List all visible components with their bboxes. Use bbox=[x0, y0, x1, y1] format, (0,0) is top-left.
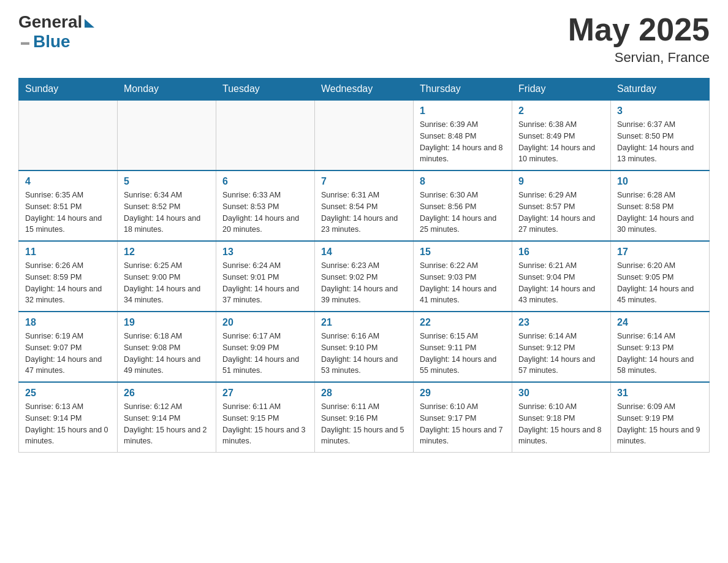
day-number: 28 bbox=[321, 388, 407, 399]
month-title: May 2025 bbox=[568, 12, 710, 47]
day-number: 11 bbox=[25, 247, 111, 258]
calendar-cell: 29Sunrise: 6:10 AM Sunset: 9:17 PM Dayli… bbox=[414, 382, 512, 453]
calendar-cell: 9Sunrise: 6:29 AM Sunset: 8:57 PM Daylig… bbox=[512, 170, 611, 241]
logo-blue-text: Blue bbox=[33, 32, 70, 52]
calendar-cell: 2Sunrise: 6:38 AM Sunset: 8:49 PM Daylig… bbox=[512, 100, 611, 170]
day-number: 9 bbox=[518, 176, 604, 187]
calendar-cell: 11Sunrise: 6:26 AM Sunset: 8:59 PM Dayli… bbox=[19, 241, 118, 312]
day-number: 8 bbox=[420, 176, 506, 187]
day-info: Sunrise: 6:17 AM Sunset: 9:09 PM Dayligh… bbox=[222, 331, 308, 377]
day-info: Sunrise: 6:16 AM Sunset: 9:10 PM Dayligh… bbox=[321, 331, 407, 377]
day-number: 22 bbox=[420, 317, 506, 328]
calendar-cell: 5Sunrise: 6:34 AM Sunset: 8:52 PM Daylig… bbox=[118, 170, 216, 241]
day-number: 4 bbox=[25, 176, 111, 187]
day-info: Sunrise: 6:33 AM Sunset: 8:53 PM Dayligh… bbox=[222, 190, 308, 236]
day-number: 1 bbox=[420, 105, 506, 117]
calendar-cell: 21Sunrise: 6:16 AM Sunset: 9:10 PM Dayli… bbox=[315, 312, 414, 382]
day-number: 14 bbox=[321, 247, 407, 258]
day-info: Sunrise: 6:14 AM Sunset: 9:13 PM Dayligh… bbox=[617, 331, 703, 377]
header-thursday: Thursday bbox=[414, 79, 512, 101]
calendar-cell: 25Sunrise: 6:13 AM Sunset: 9:14 PM Dayli… bbox=[19, 382, 118, 453]
calendar-cell: 23Sunrise: 6:14 AM Sunset: 9:12 PM Dayli… bbox=[512, 312, 611, 382]
day-number: 26 bbox=[124, 388, 210, 399]
day-info: Sunrise: 6:26 AM Sunset: 8:59 PM Dayligh… bbox=[25, 260, 111, 306]
week-row-3: 11Sunrise: 6:26 AM Sunset: 8:59 PM Dayli… bbox=[19, 241, 710, 312]
header-saturday: Saturday bbox=[611, 79, 710, 101]
day-number: 6 bbox=[222, 176, 308, 187]
day-info: Sunrise: 6:09 AM Sunset: 9:19 PM Dayligh… bbox=[617, 401, 703, 447]
page-header: General ▬ Blue May 2025 Servian, France bbox=[18, 12, 710, 66]
day-number: 27 bbox=[222, 388, 308, 399]
calendar-cell bbox=[315, 100, 414, 170]
day-info: Sunrise: 6:13 AM Sunset: 9:14 PM Dayligh… bbox=[25, 401, 111, 447]
day-number: 31 bbox=[617, 388, 703, 399]
day-number: 25 bbox=[25, 388, 111, 399]
calendar-cell: 17Sunrise: 6:20 AM Sunset: 9:05 PM Dayli… bbox=[611, 241, 710, 312]
day-number: 24 bbox=[617, 317, 703, 328]
calendar-cell: 19Sunrise: 6:18 AM Sunset: 9:08 PM Dayli… bbox=[118, 312, 216, 382]
week-row-2: 4Sunrise: 6:35 AM Sunset: 8:51 PM Daylig… bbox=[19, 170, 710, 241]
calendar-cell: 18Sunrise: 6:19 AM Sunset: 9:07 PM Dayli… bbox=[19, 312, 118, 382]
title-area: May 2025 Servian, France bbox=[568, 12, 710, 66]
calendar-cell: 12Sunrise: 6:25 AM Sunset: 9:00 PM Dayli… bbox=[118, 241, 216, 312]
calendar-cell: 3Sunrise: 6:37 AM Sunset: 8:50 PM Daylig… bbox=[611, 100, 710, 170]
day-number: 12 bbox=[124, 247, 210, 258]
week-row-4: 18Sunrise: 6:19 AM Sunset: 9:07 PM Dayli… bbox=[19, 312, 710, 382]
day-number: 17 bbox=[617, 247, 703, 258]
calendar-cell: 16Sunrise: 6:21 AM Sunset: 9:04 PM Dayli… bbox=[512, 241, 611, 312]
day-number: 2 bbox=[518, 105, 604, 117]
header-tuesday: Tuesday bbox=[216, 79, 315, 101]
day-info: Sunrise: 6:15 AM Sunset: 9:11 PM Dayligh… bbox=[420, 331, 506, 377]
day-info: Sunrise: 6:19 AM Sunset: 9:07 PM Dayligh… bbox=[25, 331, 111, 377]
calendar-table: Sunday Monday Tuesday Wednesday Thursday… bbox=[18, 78, 710, 453]
calendar-cell: 15Sunrise: 6:22 AM Sunset: 9:03 PM Dayli… bbox=[414, 241, 512, 312]
day-number: 3 bbox=[617, 105, 703, 117]
day-info: Sunrise: 6:10 AM Sunset: 9:17 PM Dayligh… bbox=[420, 401, 506, 447]
day-info: Sunrise: 6:25 AM Sunset: 9:00 PM Dayligh… bbox=[124, 260, 210, 306]
day-info: Sunrise: 6:30 AM Sunset: 8:56 PM Dayligh… bbox=[420, 190, 506, 236]
day-number: 18 bbox=[25, 317, 111, 328]
calendar-cell: 6Sunrise: 6:33 AM Sunset: 8:53 PM Daylig… bbox=[216, 170, 315, 241]
calendar-cell: 28Sunrise: 6:11 AM Sunset: 9:16 PM Dayli… bbox=[315, 382, 414, 453]
header-sunday: Sunday bbox=[19, 79, 118, 101]
calendar-header-row: Sunday Monday Tuesday Wednesday Thursday… bbox=[19, 79, 710, 101]
calendar-cell: 24Sunrise: 6:14 AM Sunset: 9:13 PM Dayli… bbox=[611, 312, 710, 382]
day-info: Sunrise: 6:39 AM Sunset: 8:48 PM Dayligh… bbox=[420, 119, 506, 165]
day-number: 7 bbox=[321, 176, 407, 187]
calendar-cell: 14Sunrise: 6:23 AM Sunset: 9:02 PM Dayli… bbox=[315, 241, 414, 312]
day-number: 21 bbox=[321, 317, 407, 328]
calendar-cell: 8Sunrise: 6:30 AM Sunset: 8:56 PM Daylig… bbox=[414, 170, 512, 241]
day-info: Sunrise: 6:12 AM Sunset: 9:14 PM Dayligh… bbox=[124, 401, 210, 447]
day-number: 20 bbox=[222, 317, 308, 328]
day-info: Sunrise: 6:24 AM Sunset: 9:01 PM Dayligh… bbox=[222, 260, 308, 306]
day-info: Sunrise: 6:34 AM Sunset: 8:52 PM Dayligh… bbox=[124, 190, 210, 236]
calendar-cell: 1Sunrise: 6:39 AM Sunset: 8:48 PM Daylig… bbox=[414, 100, 512, 170]
day-info: Sunrise: 6:11 AM Sunset: 9:15 PM Dayligh… bbox=[222, 401, 308, 447]
header-friday: Friday bbox=[512, 79, 611, 101]
calendar-cell: 4Sunrise: 6:35 AM Sunset: 8:51 PM Daylig… bbox=[19, 170, 118, 241]
calendar-cell bbox=[216, 100, 315, 170]
calendar-cell: 22Sunrise: 6:15 AM Sunset: 9:11 PM Dayli… bbox=[414, 312, 512, 382]
day-info: Sunrise: 6:23 AM Sunset: 9:02 PM Dayligh… bbox=[321, 260, 407, 306]
day-number: 29 bbox=[420, 388, 506, 399]
day-info: Sunrise: 6:10 AM Sunset: 9:18 PM Dayligh… bbox=[518, 401, 604, 447]
logo-general-text: General bbox=[18, 12, 82, 32]
calendar-cell: 7Sunrise: 6:31 AM Sunset: 8:54 PM Daylig… bbox=[315, 170, 414, 241]
day-number: 23 bbox=[518, 317, 604, 328]
calendar-cell: 26Sunrise: 6:12 AM Sunset: 9:14 PM Dayli… bbox=[118, 382, 216, 453]
day-number: 19 bbox=[124, 317, 210, 328]
day-number: 16 bbox=[518, 247, 604, 258]
location-text: Servian, France bbox=[568, 50, 710, 66]
calendar-cell: 10Sunrise: 6:28 AM Sunset: 8:58 PM Dayli… bbox=[611, 170, 710, 241]
logo-arrow-icon bbox=[85, 19, 94, 28]
header-monday: Monday bbox=[118, 79, 216, 101]
day-info: Sunrise: 6:18 AM Sunset: 9:08 PM Dayligh… bbox=[124, 331, 210, 377]
calendar-cell bbox=[19, 100, 118, 170]
day-info: Sunrise: 6:28 AM Sunset: 8:58 PM Dayligh… bbox=[617, 190, 703, 236]
day-info: Sunrise: 6:14 AM Sunset: 9:12 PM Dayligh… bbox=[518, 331, 604, 377]
calendar-cell: 31Sunrise: 6:09 AM Sunset: 9:19 PM Dayli… bbox=[611, 382, 710, 453]
day-info: Sunrise: 6:37 AM Sunset: 8:50 PM Dayligh… bbox=[617, 119, 703, 165]
calendar-cell: 27Sunrise: 6:11 AM Sunset: 9:15 PM Dayli… bbox=[216, 382, 315, 453]
day-info: Sunrise: 6:35 AM Sunset: 8:51 PM Dayligh… bbox=[25, 190, 111, 236]
day-number: 5 bbox=[124, 176, 210, 187]
